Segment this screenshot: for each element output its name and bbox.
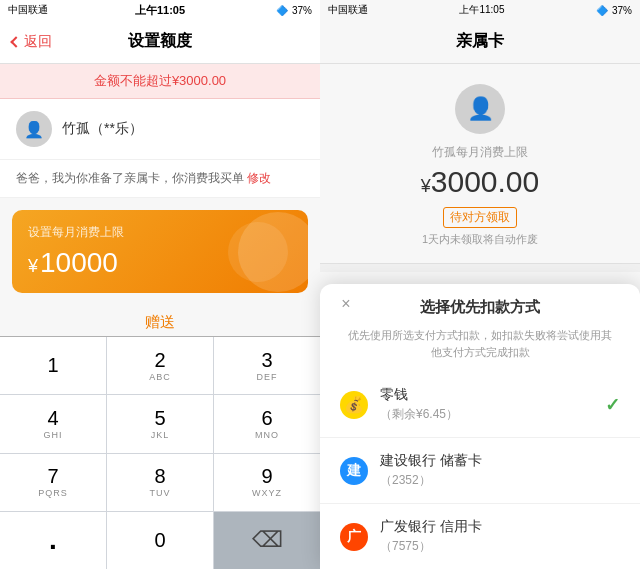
key-1[interactable]: 1 <box>0 337 106 394</box>
gfb-icon: 广 <box>340 523 368 551</box>
key-6[interactable]: 6 MNO <box>214 395 320 452</box>
back-label: 返回 <box>24 33 52 51</box>
key-dot[interactable]: . <box>0 512 106 569</box>
left-carrier: 中国联通 <box>8 3 48 17</box>
key-0-main: 0 <box>154 530 165 550</box>
left-status-bar: 中国联通 上午11:05 🔷 37% <box>0 0 320 20</box>
right-status-icons: 🔷 37% <box>596 5 632 16</box>
key-2-sub: ABC <box>149 372 171 382</box>
right-time: 上午11:05 <box>459 3 504 17</box>
bluetooth-icon: 🔷 <box>276 5 288 16</box>
sheet-title: 选择优先扣款方式 <box>420 298 540 317</box>
right-battery: 37% <box>612 5 632 16</box>
key-9-sub: WXYZ <box>252 488 282 498</box>
right-carrier: 中国联通 <box>328 3 368 17</box>
pending-note: 1天内未领取将自动作废 <box>422 232 538 247</box>
ccb-icon: 建 <box>340 457 368 485</box>
lingqian-sub: （剩余¥6.45） <box>380 406 605 423</box>
chevron-left-icon <box>10 36 21 47</box>
error-banner: 金额不能超过¥3000.00 <box>0 64 320 99</box>
key-5[interactable]: 5 JKL <box>107 395 213 452</box>
send-button[interactable]: 赠送 <box>145 313 175 332</box>
payment-option-lingqian[interactable]: 💰 零钱 （剩余¥6.45） ✓ <box>320 372 640 438</box>
family-currency: ¥ <box>421 176 431 196</box>
right-status-bar: 中国联通 上午11:05 🔷 37% <box>320 0 640 20</box>
key-2-main: 2 <box>154 350 165 370</box>
user-avatar: 👤 <box>16 111 52 147</box>
sheet-header: × 选择优先扣款方式 <box>320 284 640 323</box>
key-dot-main: . <box>49 526 57 554</box>
left-nav-bar: 返回 设置额度 <box>0 20 320 64</box>
error-text: 金额不能超过¥3000.00 <box>94 73 226 88</box>
amount-value: 10000 <box>40 247 118 278</box>
key-8-sub: TUV <box>150 488 171 498</box>
sheet-description: 优先使用所选支付方式扣款，如扣款失败将尝试使用其他支付方式完成扣款 <box>320 323 640 372</box>
key-8[interactable]: 8 TUV <box>107 454 213 511</box>
right-bluetooth-icon: 🔷 <box>596 5 608 16</box>
payment-option-gfb[interactable]: 广 广发银行 信用卡 （7575） <box>320 504 640 569</box>
key-6-sub: MNO <box>255 430 279 440</box>
modify-link[interactable]: 修改 <box>247 171 271 185</box>
key-7[interactable]: 7 PQRS <box>0 454 106 511</box>
lingqian-info: 零钱 （剩余¥6.45） <box>380 386 605 423</box>
right-nav-title: 亲属卡 <box>456 31 504 52</box>
user-row: 👤 竹孤（**乐） <box>0 99 320 160</box>
lingqian-icon: 💰 <box>340 391 368 419</box>
key-4-main: 4 <box>47 408 58 428</box>
family-amount: ¥3000.00 <box>421 165 539 199</box>
right-panel: 中国联通 上午11:05 🔷 37% 亲属卡 👤 竹孤每月消费上限 ¥3000.… <box>320 0 640 569</box>
family-avatar: 👤 <box>455 84 505 134</box>
key-4-sub: GHI <box>43 430 62 440</box>
key-5-sub: JKL <box>151 430 170 440</box>
key-7-main: 7 <box>47 466 58 486</box>
gfb-name: 广发银行 信用卡 <box>380 518 620 536</box>
pending-tag: 待对方领取 <box>443 207 517 228</box>
left-time: 上午11:05 <box>135 3 185 18</box>
left-panel: 中国联通 上午11:05 🔷 37% 返回 设置额度 金额不能超过¥3000.0… <box>0 0 320 569</box>
divider <box>320 264 640 272</box>
family-amount-value: 3000.00 <box>431 165 539 198</box>
key-5-main: 5 <box>154 408 165 428</box>
page-title: 设置额度 <box>128 31 192 52</box>
ccb-name: 建设银行 储蓄卡 <box>380 452 620 470</box>
lingqian-check-icon: ✓ <box>605 394 620 416</box>
user-name: 竹孤（**乐） <box>62 120 143 138</box>
amount-card: 设置每月消费上限 ¥10000 <box>12 210 308 293</box>
bottom-sheet: × 选择优先扣款方式 优先使用所选支付方式扣款，如扣款失败将尝试使用其他支付方式… <box>320 284 640 569</box>
numeric-keyboard: 1 2 ABC 3 DEF 4 GHI 5 JKL 6 MNO 7 PQRS 8 <box>0 336 320 569</box>
key-3-main: 3 <box>261 350 272 370</box>
delete-icon: ⌫ <box>252 527 283 553</box>
close-icon: × <box>341 295 350 313</box>
card-decoration2 <box>228 222 288 282</box>
gfb-sub: （7575） <box>380 538 620 555</box>
payment-option-ccb[interactable]: 建 建设银行 储蓄卡 （2352） <box>320 438 640 504</box>
key-2[interactable]: 2 ABC <box>107 337 213 394</box>
key-3[interactable]: 3 DEF <box>214 337 320 394</box>
key-7-sub: PQRS <box>38 488 68 498</box>
message-text: 爸爸，我为你准备了亲属卡，你消费我买单 <box>16 171 244 185</box>
lingqian-name: 零钱 <box>380 386 605 404</box>
key-9[interactable]: 9 WXYZ <box>214 454 320 511</box>
family-card-section: 👤 竹孤每月消费上限 ¥3000.00 待对方领取 1天内未领取将自动作废 <box>320 64 640 264</box>
send-btn-row: 赠送 <box>0 305 320 336</box>
key-8-main: 8 <box>154 466 165 486</box>
key-6-main: 6 <box>261 408 272 428</box>
ccb-sub: （2352） <box>380 472 620 489</box>
battery-text: 37% <box>292 5 312 16</box>
key-delete[interactable]: ⌫ <box>214 512 320 569</box>
key-1-main: 1 <box>47 355 58 375</box>
key-0[interactable]: 0 <box>107 512 213 569</box>
key-9-main: 9 <box>261 466 272 486</box>
left-status-icons: 🔷 37% <box>276 5 312 16</box>
gfb-info: 广发银行 信用卡 （7575） <box>380 518 620 555</box>
key-4[interactable]: 4 GHI <box>0 395 106 452</box>
currency-symbol: ¥ <box>28 256 38 276</box>
sheet-close-button[interactable]: × <box>336 294 356 314</box>
ccb-info: 建设银行 储蓄卡 （2352） <box>380 452 620 489</box>
back-button[interactable]: 返回 <box>12 33 52 51</box>
avatar-icon: 👤 <box>24 120 44 139</box>
right-nav: 亲属卡 <box>320 20 640 64</box>
family-limit-label: 竹孤每月消费上限 <box>432 144 528 161</box>
key-3-sub: DEF <box>257 372 278 382</box>
family-avatar-icon: 👤 <box>467 96 494 122</box>
